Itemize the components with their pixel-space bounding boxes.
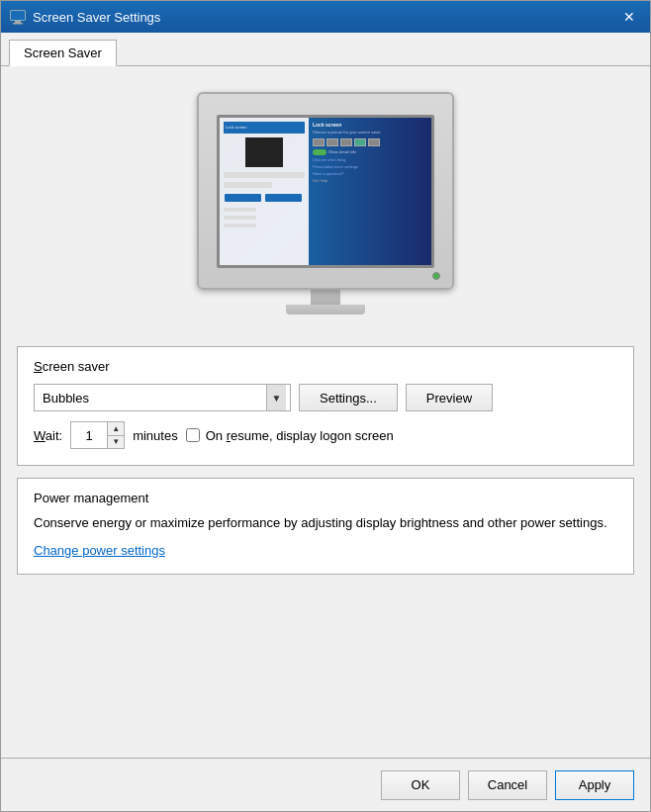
spinner-down-button[interactable]: ▼ [108,436,124,449]
spinner-up-button[interactable]: ▲ [108,422,124,436]
screen-right-thumbs [313,138,427,146]
screen-link-1: Choose a fun thing [313,157,427,162]
screen-right-panel: Lock screen Choose a picture for your sc… [309,118,431,265]
bottom-bar: OK Cancel Apply [1,758,650,811]
screen-saver-section: Screen saver Bubbles ▼ Settings... Previ… [17,346,634,466]
tab-screen-saver[interactable]: Screen Saver [9,40,117,66]
svg-rect-1 [11,11,25,20]
screen-saver-label-underline: S [34,359,43,374]
screen-mini-btn-1 [225,194,261,202]
ok-button[interactable]: OK [381,770,460,800]
screen-link-3: Have a question? [313,171,427,176]
monitor-wrapper: Lock screen [197,92,454,315]
title-bar: Screen Saver Settings ✕ [1,1,650,33]
screen-row-2 [224,182,272,188]
screen-content: Lock screen [220,118,431,265]
screen-saver-label: Screen saver [34,359,617,374]
screen-saver-settings-window: Screen Saver Settings ✕ Screen Saver Loc… [0,0,651,812]
screen-link-2: Personalize more settings [313,164,427,169]
screen-toggle-label: Show detail info [328,149,356,154]
screen-left-panel: Lock screen [220,118,309,265]
preview-button[interactable]: Preview [406,384,493,411]
screen-row-1 [224,172,305,178]
screen-right-subtext: Choose a picture for your screen saver [313,130,427,135]
content-area: Lock screen [1,66,650,758]
monitor-outer: Lock screen [197,92,454,290]
logon-checkbox-text: On resume, display logon screen [206,428,394,443]
wait-underline: W [34,428,46,443]
monitor-screen: Lock screen [217,115,434,268]
settings-button[interactable]: Settings... [299,384,398,411]
screen-mini-btn-2 [265,194,302,202]
change-power-settings-link[interactable]: Change power settings [34,543,165,558]
logon-checkbox[interactable] [186,428,200,442]
thumb-1 [313,138,325,146]
screensaver-controls-row: Bubbles ▼ Settings... Preview [34,384,617,411]
screen-row-3 [224,208,256,212]
thumb-5 [368,138,380,146]
monitor-stand-base [286,305,365,315]
screen-row-5 [224,224,256,227]
screen-preview-box [245,137,283,167]
apply-button[interactable]: Apply [555,770,634,800]
screensaver-dropdown[interactable]: Bubbles ▼ [34,384,291,411]
thumb-4 [354,138,366,146]
monitor-stand-neck [311,290,340,305]
minutes-label: minutes [133,428,178,443]
screen-right-header: Lock screen [313,122,427,128]
monitor-buttons-row [432,272,440,280]
thumb-3 [340,138,352,146]
tab-bar: Screen Saver [1,33,650,66]
power-title: Power management [34,491,617,505]
window-title: Screen Saver Settings [33,10,616,25]
close-button[interactable]: ✕ [616,4,642,30]
wait-input[interactable]: 1 [71,422,107,448]
screen-link-4: Get help [313,178,427,183]
wait-spinner[interactable]: 1 ▲ ▼ [70,421,125,449]
wait-row: Wait: 1 ▲ ▼ minutes On resume, display l… [34,421,617,449]
power-section: Power management Conserve energy or maxi… [17,478,634,575]
screen-row-4 [224,216,256,220]
monitor-power-led [432,272,440,280]
cancel-button[interactable]: Cancel [468,770,547,800]
power-description: Conserve energy or maximize performance … [34,513,617,533]
dropdown-value: Bubbles [43,391,266,406]
svg-rect-3 [13,23,23,25]
spinner-buttons: ▲ ▼ [107,422,124,448]
monitor-preview-section: Lock screen [17,82,634,334]
logon-checkbox-label[interactable]: On resume, display logon screen [186,428,394,443]
screen-toggle [313,149,326,155]
screen-top-bar: Lock screen [224,122,305,134]
window-icon [9,8,27,26]
thumb-2 [326,138,338,146]
screen-toggle-row: Show detail info [313,149,427,155]
wait-label: Wait: [34,428,62,443]
svg-rect-2 [15,21,21,23]
dropdown-arrow-icon: ▼ [266,385,286,410]
